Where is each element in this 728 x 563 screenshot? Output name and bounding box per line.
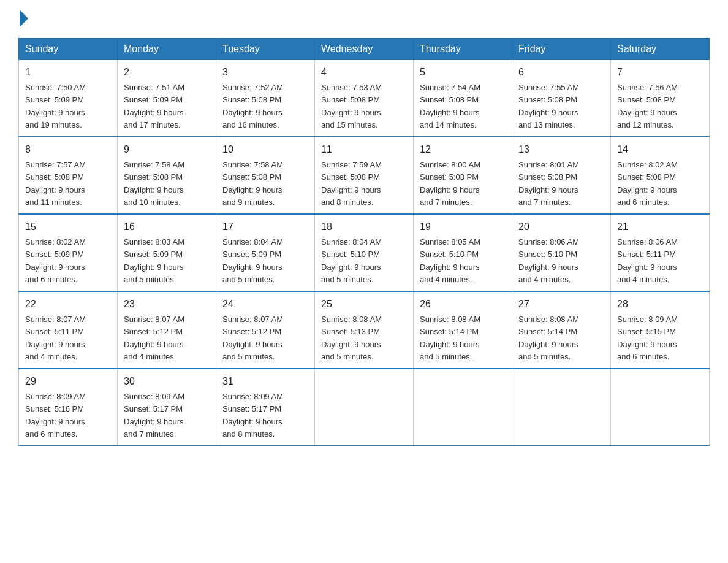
- day-cell: 23Sunrise: 8:07 AMSunset: 5:12 PMDayligh…: [118, 291, 216, 369]
- day-number: 16: [124, 220, 210, 234]
- day-cell: 6Sunrise: 7:55 AMSunset: 5:08 PMDaylight…: [512, 60, 611, 137]
- day-info: Sunrise: 8:07 AMSunset: 5:11 PMDaylight:…: [25, 315, 86, 361]
- day-info: Sunrise: 8:07 AMSunset: 5:12 PMDaylight:…: [222, 315, 283, 361]
- day-cell: 28Sunrise: 8:09 AMSunset: 5:15 PMDayligh…: [611, 291, 710, 369]
- logo-arrow-icon: [20, 10, 28, 27]
- day-info: Sunrise: 7:57 AMSunset: 5:08 PMDaylight:…: [25, 160, 86, 207]
- day-number: 25: [321, 297, 407, 312]
- day-info: Sunrise: 8:07 AMSunset: 5:12 PMDaylight:…: [124, 315, 184, 361]
- day-cell: 25Sunrise: 8:08 AMSunset: 5:13 PMDayligh…: [315, 291, 414, 369]
- day-cell: 8Sunrise: 7:57 AMSunset: 5:08 PMDaylight…: [19, 137, 118, 214]
- day-number: 18: [321, 220, 407, 234]
- day-info: Sunrise: 8:09 AMSunset: 5:15 PMDaylight:…: [617, 315, 678, 361]
- day-number: 6: [518, 65, 604, 80]
- col-header-tuesday: Tuesday: [216, 39, 315, 60]
- day-number: 1: [25, 65, 111, 80]
- day-cell: 3Sunrise: 7:52 AMSunset: 5:08 PMDaylight…: [216, 60, 315, 137]
- day-info: Sunrise: 7:56 AMSunset: 5:08 PMDaylight:…: [617, 83, 678, 129]
- week-row-1: 1Sunrise: 7:50 AMSunset: 5:09 PMDaylight…: [19, 60, 710, 137]
- day-number: 17: [222, 220, 308, 234]
- day-cell: [512, 369, 611, 446]
- day-number: 28: [617, 297, 703, 312]
- day-cell: 29Sunrise: 8:09 AMSunset: 5:16 PMDayligh…: [19, 369, 118, 446]
- day-cell: [315, 369, 414, 446]
- day-number: 31: [222, 374, 308, 389]
- day-cell: 15Sunrise: 8:02 AMSunset: 5:09 PMDayligh…: [19, 214, 118, 291]
- day-cell: 7Sunrise: 7:56 AMSunset: 5:08 PMDaylight…: [611, 60, 710, 137]
- day-number: 12: [420, 142, 506, 157]
- week-row-2: 8Sunrise: 7:57 AMSunset: 5:08 PMDaylight…: [19, 137, 710, 214]
- page-header: [18, 12, 710, 27]
- col-header-thursday: Thursday: [414, 39, 512, 60]
- day-number: 11: [321, 142, 407, 157]
- day-number: 2: [124, 65, 210, 80]
- day-number: 7: [617, 65, 703, 80]
- week-row-4: 22Sunrise: 8:07 AMSunset: 5:11 PMDayligh…: [19, 291, 710, 369]
- day-number: 5: [420, 65, 506, 80]
- day-cell: 14Sunrise: 8:02 AMSunset: 5:08 PMDayligh…: [611, 137, 710, 214]
- day-cell: 2Sunrise: 7:51 AMSunset: 5:09 PMDaylight…: [118, 60, 216, 137]
- day-info: Sunrise: 8:04 AMSunset: 5:09 PMDaylight:…: [222, 237, 283, 284]
- day-info: Sunrise: 7:55 AMSunset: 5:08 PMDaylight:…: [518, 83, 579, 129]
- day-info: Sunrise: 8:09 AMSunset: 5:16 PMDaylight:…: [25, 392, 86, 439]
- day-info: Sunrise: 7:51 AMSunset: 5:09 PMDaylight:…: [124, 83, 184, 129]
- day-number: 13: [518, 142, 604, 157]
- day-cell: [611, 369, 710, 446]
- logo: [18, 12, 28, 27]
- day-cell: 20Sunrise: 8:06 AMSunset: 5:10 PMDayligh…: [512, 214, 611, 291]
- day-cell: 21Sunrise: 8:06 AMSunset: 5:11 PMDayligh…: [611, 214, 710, 291]
- day-info: Sunrise: 8:06 AMSunset: 5:10 PMDaylight:…: [518, 237, 579, 284]
- day-number: 29: [25, 374, 111, 389]
- col-header-friday: Friday: [512, 39, 611, 60]
- day-cell: 9Sunrise: 7:58 AMSunset: 5:08 PMDaylight…: [118, 137, 216, 214]
- day-number: 8: [25, 142, 111, 157]
- day-number: 24: [222, 297, 308, 312]
- day-cell: [414, 369, 512, 446]
- day-cell: 30Sunrise: 8:09 AMSunset: 5:17 PMDayligh…: [118, 369, 216, 446]
- day-info: Sunrise: 8:05 AMSunset: 5:10 PMDaylight:…: [420, 237, 480, 284]
- header-row: SundayMondayTuesdayWednesdayThursdayFrid…: [19, 39, 710, 60]
- day-info: Sunrise: 8:02 AMSunset: 5:09 PMDaylight:…: [25, 237, 86, 284]
- col-header-wednesday: Wednesday: [315, 39, 414, 60]
- day-cell: 17Sunrise: 8:04 AMSunset: 5:09 PMDayligh…: [216, 214, 315, 291]
- day-cell: 4Sunrise: 7:53 AMSunset: 5:08 PMDaylight…: [315, 60, 414, 137]
- day-info: Sunrise: 8:06 AMSunset: 5:11 PMDaylight:…: [617, 237, 678, 284]
- day-number: 26: [420, 297, 506, 312]
- day-cell: 31Sunrise: 8:09 AMSunset: 5:17 PMDayligh…: [216, 369, 315, 446]
- day-number: 21: [617, 220, 703, 234]
- day-cell: 26Sunrise: 8:08 AMSunset: 5:14 PMDayligh…: [414, 291, 512, 369]
- day-info: Sunrise: 7:50 AMSunset: 5:09 PMDaylight:…: [25, 83, 86, 129]
- day-number: 4: [321, 65, 407, 80]
- day-cell: 1Sunrise: 7:50 AMSunset: 5:09 PMDaylight…: [19, 60, 118, 137]
- day-number: 3: [222, 65, 308, 80]
- day-number: 14: [617, 142, 703, 157]
- col-header-monday: Monday: [118, 39, 216, 60]
- day-info: Sunrise: 7:59 AMSunset: 5:08 PMDaylight:…: [321, 160, 382, 207]
- day-number: 15: [25, 220, 111, 234]
- day-number: 9: [124, 142, 210, 157]
- day-cell: 16Sunrise: 8:03 AMSunset: 5:09 PMDayligh…: [118, 214, 216, 291]
- day-cell: 22Sunrise: 8:07 AMSunset: 5:11 PMDayligh…: [19, 291, 118, 369]
- day-info: Sunrise: 7:53 AMSunset: 5:08 PMDaylight:…: [321, 83, 382, 129]
- day-number: 10: [222, 142, 308, 157]
- day-number: 27: [518, 297, 604, 312]
- day-info: Sunrise: 8:08 AMSunset: 5:14 PMDaylight:…: [518, 315, 579, 361]
- day-info: Sunrise: 8:09 AMSunset: 5:17 PMDaylight:…: [124, 392, 184, 439]
- col-header-saturday: Saturday: [611, 39, 710, 60]
- day-info: Sunrise: 8:03 AMSunset: 5:09 PMDaylight:…: [124, 237, 184, 284]
- day-info: Sunrise: 8:04 AMSunset: 5:10 PMDaylight:…: [321, 237, 382, 284]
- day-cell: 19Sunrise: 8:05 AMSunset: 5:10 PMDayligh…: [414, 214, 512, 291]
- day-number: 19: [420, 220, 506, 234]
- calendar-table: SundayMondayTuesdayWednesdayThursdayFrid…: [18, 38, 710, 446]
- calendar-body: 1Sunrise: 7:50 AMSunset: 5:09 PMDaylight…: [19, 60, 710, 446]
- calendar-header: SundayMondayTuesdayWednesdayThursdayFrid…: [19, 39, 710, 60]
- day-number: 30: [124, 374, 210, 389]
- day-info: Sunrise: 8:00 AMSunset: 5:08 PMDaylight:…: [420, 160, 480, 207]
- day-number: 20: [518, 220, 604, 234]
- day-number: 23: [124, 297, 210, 312]
- day-cell: 11Sunrise: 7:59 AMSunset: 5:08 PMDayligh…: [315, 137, 414, 214]
- day-cell: 10Sunrise: 7:58 AMSunset: 5:08 PMDayligh…: [216, 137, 315, 214]
- day-info: Sunrise: 8:01 AMSunset: 5:08 PMDaylight:…: [518, 160, 579, 207]
- day-info: Sunrise: 7:52 AMSunset: 5:08 PMDaylight:…: [222, 83, 283, 129]
- day-number: 22: [25, 297, 111, 312]
